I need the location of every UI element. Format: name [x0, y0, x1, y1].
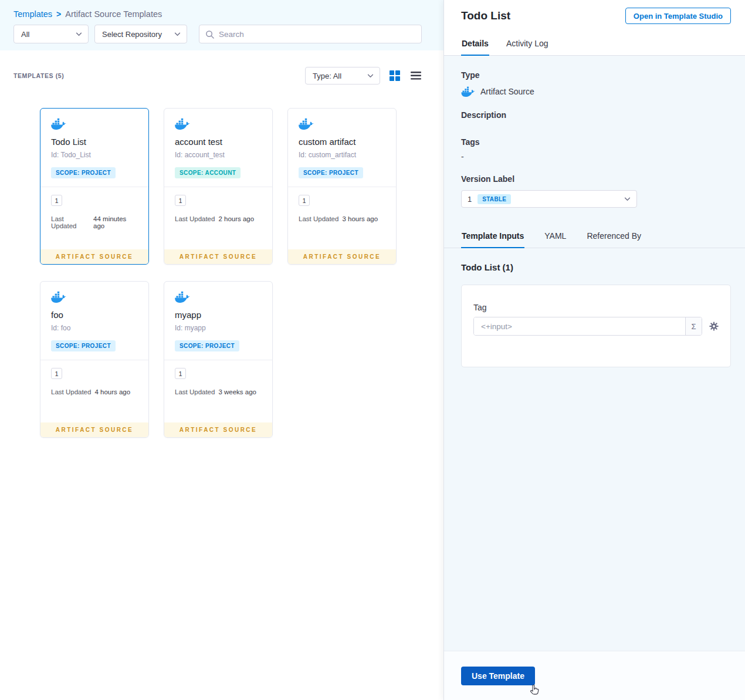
search-icon [205, 30, 214, 39]
template-card-account-test[interactable]: account test Id: account_test SCOPE: ACC… [164, 108, 273, 265]
tag-label: Tag [473, 303, 719, 312]
type-value-row: Artifact Source [461, 86, 728, 97]
inputs-card: Tag Σ [461, 285, 731, 367]
breadcrumb-current: Artifact Source Templates [65, 9, 162, 19]
list-header: TEMPLATES (5) Type: All [0, 50, 443, 84]
breadcrumb-templates-link[interactable]: Templates [13, 9, 52, 19]
list-view-button[interactable] [409, 69, 422, 82]
scope-badge: SCOPE: PROJECT [299, 167, 363, 178]
template-card-custom-artifact[interactable]: custom artifact Id: custom_artifact SCOP… [287, 108, 397, 265]
details-section: Type Artifact Source Description Tags - … [444, 56, 745, 208]
last-updated-label: Last Updated [175, 388, 215, 395]
card-id: Id: foo [51, 324, 138, 332]
version-count-badge: 1 [175, 368, 186, 379]
gear-icon [709, 322, 719, 331]
artifact-source-ribbon: ARTIFACT SOURCE [40, 249, 148, 264]
tag-input[interactable] [474, 317, 685, 335]
tab-activity-log[interactable]: Activity Log [506, 31, 549, 56]
artifact-source-ribbon: ARTIFACT SOURCE [164, 422, 272, 437]
details-tab-bar: Details Activity Log [444, 31, 745, 56]
scope-filter-select[interactable]: All [13, 25, 89, 43]
template-card-foo[interactable]: foo Id: foo SCOPE: PROJECT 1 Last Update… [40, 281, 149, 438]
type-filter-value: Type: All [313, 72, 341, 80]
card-divider [40, 187, 148, 187]
topbar: Templates > Artifact Source Templates Al… [0, 0, 443, 50]
inputs-tab-bar: Template Inputs YAML Referenced By [444, 224, 745, 248]
scope-badge: SCOPE: PROJECT [51, 340, 116, 351]
search-input[interactable] [219, 30, 415, 39]
tag-input-wrapper: Σ [473, 317, 702, 336]
card-divider [164, 187, 272, 187]
breadcrumb: Templates > Artifact Source Templates [13, 9, 422, 19]
version-count-badge: 1 [51, 195, 62, 206]
drawer-title: Todo List [461, 9, 510, 22]
card-id: Id: Todo_List [51, 151, 138, 159]
version-count-badge: 1 [175, 195, 186, 206]
artifact-source-ribbon: ARTIFACT SOURCE [288, 249, 396, 264]
last-updated-row: Last Updated 4 hours ago [51, 388, 138, 395]
card-id: Id: custom_artifact [299, 151, 385, 159]
last-updated-value: 2 hours ago [218, 215, 254, 222]
docker-icon [175, 118, 190, 130]
open-in-template-studio-button[interactable]: Open in Template Studio [625, 8, 731, 24]
last-updated-label: Last Updated [51, 215, 90, 229]
scope-badge: SCOPE: ACCOUNT [175, 167, 241, 178]
tab-details[interactable]: Details [461, 31, 489, 56]
card-divider [40, 360, 148, 360]
repository-filter-label: Select Repository [102, 30, 162, 39]
card-id: Id: account_test [175, 151, 262, 159]
version-count-badge: 1 [51, 368, 62, 379]
template-card-myapp[interactable]: myapp Id: myapp SCOPE: PROJECT 1 Last Up… [164, 281, 273, 438]
grid-view-icon [390, 70, 400, 81]
last-updated-value: 3 hours ago [342, 215, 378, 222]
last-updated-value: 3 weeks ago [218, 388, 256, 395]
docker-icon [461, 86, 475, 97]
last-updated-row: Last Updated 44 minutes ago [51, 215, 138, 229]
tags-label: Tags [461, 137, 728, 147]
card-title: account test [175, 137, 262, 147]
use-template-button[interactable]: Use Template [461, 667, 535, 685]
version-label: Version Label [461, 174, 728, 184]
tag-settings-button[interactable] [709, 322, 719, 331]
drawer-footer: Use Template [444, 651, 745, 700]
tab-referenced-by[interactable]: Referenced By [586, 224, 642, 248]
scope-badge: SCOPE: PROJECT [51, 167, 116, 178]
templates-count: TEMPLATES (5) [13, 72, 64, 79]
type-value: Artifact Source [480, 87, 534, 96]
grid-view-button[interactable] [388, 69, 401, 82]
last-updated-row: Last Updated 3 weeks ago [175, 388, 262, 395]
tag-input-row: Σ [473, 317, 719, 336]
version-select[interactable]: 1 STABLE [461, 190, 637, 208]
artifact-source-ribbon: ARTIFACT SOURCE [40, 422, 148, 437]
template-card-grid: Todo List Id: Todo_List SCOPE: PROJECT 1… [40, 108, 397, 438]
type-filter-select[interactable]: Type: All [305, 67, 380, 84]
search-box [199, 25, 422, 43]
last-updated-row: Last Updated 3 hours ago [299, 215, 385, 222]
docker-icon [175, 291, 190, 303]
inputs-title: Todo List (1) [461, 262, 730, 272]
repository-filter-select[interactable]: Select Repository [94, 25, 187, 43]
card-id: Id: myapp [175, 324, 262, 332]
tags-value: - [461, 152, 728, 161]
scope-badge: SCOPE: PROJECT [175, 340, 239, 351]
filter-row: All Select Repository [13, 25, 422, 43]
card-divider [164, 360, 272, 360]
card-divider [288, 187, 396, 187]
chevron-down-icon [174, 32, 181, 36]
stable-badge: STABLE [478, 194, 511, 204]
details-drawer: Todo List Open in Template Studio Detail… [443, 0, 745, 700]
tab-template-inputs[interactable]: Template Inputs [461, 224, 524, 248]
docker-icon [51, 118, 66, 130]
card-title: custom artifact [299, 137, 385, 147]
last-updated-label: Last Updated [51, 388, 91, 395]
type-label: Type [461, 70, 728, 80]
templates-pane: Templates > Artifact Source Templates Al… [0, 0, 443, 700]
chevron-down-icon [76, 32, 82, 36]
tab-yaml[interactable]: YAML [544, 224, 567, 248]
template-card-todo-list[interactable]: Todo List Id: Todo_List SCOPE: PROJECT 1… [40, 108, 149, 265]
template-inputs-section: Todo List (1) Tag Σ [444, 248, 745, 651]
drawer-header: Todo List Open in Template Studio [444, 0, 745, 31]
last-updated-row: Last Updated 2 hours ago [175, 215, 262, 222]
card-title: myapp [175, 310, 262, 320]
expression-icon[interactable]: Σ [685, 317, 702, 335]
